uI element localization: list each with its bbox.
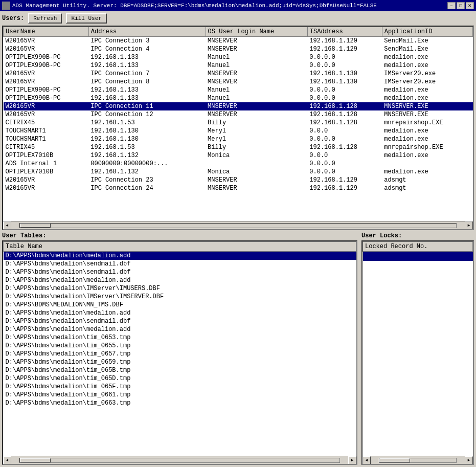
- table-row[interactable]: OPTIPLEX990B-PC192.168.1.133Manuel0.0.0.…: [4, 53, 473, 61]
- table-row[interactable]: ADS Internal 100000000:00000000:...0.0.0…: [4, 160, 473, 168]
- list-item[interactable]: [363, 408, 473, 417]
- hscroll-left-btn[interactable]: ◄: [3, 221, 11, 230]
- user-tables-header-row: Table Name: [4, 242, 356, 252]
- user-locks-label: User Locks:: [361, 232, 474, 239]
- table-row[interactable]: OPTIPLEX990B-PC192.168.1.133Manuel0.0.0.…: [4, 94, 473, 102]
- hscroll-right-btn[interactable]: ►: [465, 221, 473, 230]
- table-row[interactable]: OPTIPLEX7010B192.168.1.132Monica0.0.0med…: [4, 151, 473, 160]
- list-item[interactable]: D:\APPS\bdms\medalion\tim_065B.tmp: [4, 366, 356, 374]
- list-item[interactable]: D:\APPS\bdms\medalion\sendmail.dbf: [4, 317, 356, 325]
- tables-hscroll-thumb: [20, 458, 51, 462]
- list-item[interactable]: [363, 270, 473, 279]
- locks-hscroll-track: [379, 458, 457, 463]
- user-locks-panel: User Locks: Locked Record No. ◄: [361, 232, 474, 465]
- table-row[interactable]: W20165VRIPC Connection 4MNSERVER192.168.…: [4, 45, 473, 53]
- list-item[interactable]: D:\APPS\bdms\medalion\tim_0659.tmp: [4, 358, 356, 366]
- list-item[interactable]: D:\APPS\bdms\medalion\tim_0661.tmp: [4, 391, 356, 399]
- tables-hscroll[interactable]: ◄ ►: [3, 456, 356, 464]
- users-hscroll[interactable]: ◄ ►: [3, 221, 473, 229]
- maximize-button[interactable]: □: [457, 2, 465, 9]
- user-locks-table: Locked Record No.: [362, 241, 473, 436]
- bottom-section: User Tables: Table Name D:\APPS\bdms\med…: [2, 232, 474, 465]
- user-tables-scroll[interactable]: Table Name D:\APPS\bdms\medalion\medalio…: [3, 241, 356, 456]
- table-row[interactable]: W20165VRIPC Connection 8MNSERVER192.168.…: [4, 78, 473, 86]
- tables-hscroll-right[interactable]: ►: [348, 456, 356, 464]
- list-item[interactable]: D:\APPS\bdms\medalion\tim_0655.tmp: [4, 342, 356, 350]
- locks-hscroll-left[interactable]: ◄: [362, 456, 371, 464]
- close-button[interactable]: ✕: [466, 2, 474, 9]
- list-item[interactable]: D:\APPS\bdms\medalion\medalion.add: [4, 325, 356, 333]
- table-row[interactable]: OPTIPLEX990B-PC192.168.1.133Manuel0.0.0.…: [4, 86, 473, 94]
- col-table-name: Table Name: [4, 242, 356, 252]
- table-row[interactable]: W20165VRIPC Connection 3MNSERVER192.168.…: [4, 37, 473, 46]
- col-tsaddress: TSAddress: [307, 27, 382, 37]
- list-item[interactable]: [363, 307, 473, 316]
- list-item[interactable]: D:\APPS\bdms\medalion\medalion.add: [4, 309, 356, 317]
- table-row[interactable]: W20165VRIPC Connection 12MNSERVER192.168…: [4, 110, 473, 119]
- list-item[interactable]: D:\APPS\bdms\medalion\medalion.add: [4, 276, 356, 284]
- table-row[interactable]: W20165VRIPC Connection 23MNSERVER192.168…: [4, 176, 473, 184]
- table-row[interactable]: TOUCHSMART1192.168.1.130Meryl0.0.0.0meda…: [4, 135, 473, 143]
- window-content: Users: Refresh Kill User UserName Addres…: [0, 11, 476, 467]
- list-item[interactable]: [363, 335, 473, 344]
- col-locked-record: Locked Record No.: [363, 242, 473, 252]
- list-item[interactable]: D:\APPS\bdms\medalion\sendmail.dbf: [4, 268, 356, 276]
- minimize-button[interactable]: −: [447, 2, 456, 9]
- list-item[interactable]: [363, 427, 473, 436]
- list-item[interactable]: [363, 381, 473, 390]
- list-item[interactable]: [363, 279, 473, 288]
- locks-hscroll[interactable]: ◄ ►: [362, 456, 473, 464]
- list-item[interactable]: D:\APPS\bdms\medalion\IMServer\IMSERVER.…: [4, 293, 356, 301]
- col-os-login: OS User Login Name: [206, 27, 307, 37]
- table-row[interactable]: OPTIPLEX7010B192.168.1.132Monica0.0.0.0m…: [4, 168, 473, 176]
- list-item[interactable]: [363, 371, 473, 381]
- list-item[interactable]: [363, 362, 473, 371]
- list-item[interactable]: [363, 344, 473, 353]
- col-username: UserName: [4, 27, 89, 37]
- table-row[interactable]: W20165VRIPC Connection 7MNSERVER192.168.…: [4, 70, 473, 78]
- list-item[interactable]: D:\APPS\bdms\medalion\tim_0663.tmp: [4, 399, 356, 407]
- kill-user-button[interactable]: Kill User: [66, 13, 106, 24]
- user-tables-label: User Tables:: [2, 232, 357, 239]
- list-item[interactable]: [363, 316, 473, 325]
- list-item[interactable]: D:\APPS\bdms\medalion\medalion.add: [4, 252, 356, 260]
- hscroll-track: [19, 223, 457, 228]
- locks-hscroll-right[interactable]: ►: [465, 456, 473, 464]
- users-header: Users: Refresh Kill User: [2, 13, 474, 24]
- user-tables-panel: User Tables: Table Name D:\APPS\bdms\med…: [2, 232, 357, 465]
- users-table-header-row: UserName Address OS User Login Name TSAd…: [4, 27, 473, 37]
- list-item[interactable]: [363, 288, 473, 298]
- list-item[interactable]: D:\APPS\bdms\medalion\IMServer\IMUSERS.D…: [4, 284, 356, 293]
- list-item[interactable]: [363, 390, 473, 399]
- list-item[interactable]: [363, 417, 473, 427]
- table-row[interactable]: OPTIPLEX990B-PC192.168.1.133Manuel0.0.0.…: [4, 61, 473, 70]
- table-row[interactable]: TOUCHSMART1192.168.1.130Meryl0.0.0medali…: [4, 127, 473, 135]
- tables-hscroll-track: [19, 458, 340, 463]
- list-item[interactable]: [363, 325, 473, 335]
- list-item[interactable]: D:\APPS\bdms\medalion\sendmail.dbf: [4, 260, 356, 268]
- list-item[interactable]: [363, 353, 473, 362]
- users-table-container: UserName Address OS User Login Name TSAd…: [2, 26, 474, 230]
- user-locks-body: [363, 252, 473, 436]
- tables-hscroll-left[interactable]: ◄: [3, 456, 11, 464]
- list-item[interactable]: [363, 399, 473, 408]
- user-tables-body: D:\APPS\bdms\medalion\medalion.addD:\APP…: [4, 252, 356, 408]
- list-item[interactable]: D:\APPS\bdms\medalion\tim_0657.tmp: [4, 350, 356, 358]
- list-item[interactable]: [363, 261, 473, 270]
- users-table: UserName Address OS User Login Name TSAd…: [3, 27, 473, 192]
- user-tables-container: Table Name D:\APPS\bdms\medalion\medalio…: [2, 240, 357, 465]
- list-item[interactable]: D:\APPS\bdms\medalion\tim_065D.tmp: [4, 374, 356, 383]
- list-item[interactable]: [363, 252, 473, 261]
- users-table-scroll[interactable]: UserName Address OS User Login Name TSAd…: [3, 27, 473, 221]
- table-row[interactable]: W20165VRIPC Connection 24MNSERVER192.168…: [4, 184, 473, 192]
- table-row[interactable]: W20165VRIPC Connection 11MNSERVER192.168…: [4, 102, 473, 110]
- list-item[interactable]: [363, 298, 473, 307]
- table-row[interactable]: CITRIX45192.168.1.53Billy192.168.1.128mn…: [4, 119, 473, 127]
- window-controls: − □ ✕: [447, 2, 474, 9]
- table-row[interactable]: CITRIX45192.168.1.53Billy192.168.1.128mn…: [4, 143, 473, 151]
- refresh-button[interactable]: Refresh: [28, 13, 62, 24]
- list-item[interactable]: D:\APPS\BDMS\MEDALION\MN_TMS.DBF: [4, 301, 356, 309]
- user-locks-scroll[interactable]: Locked Record No.: [362, 241, 473, 456]
- list-item[interactable]: D:\APPS\bdms\medalion\tim_065F.tmp: [4, 383, 356, 391]
- list-item[interactable]: D:\APPS\bdms\medalion\tim_0653.tmp: [4, 333, 356, 342]
